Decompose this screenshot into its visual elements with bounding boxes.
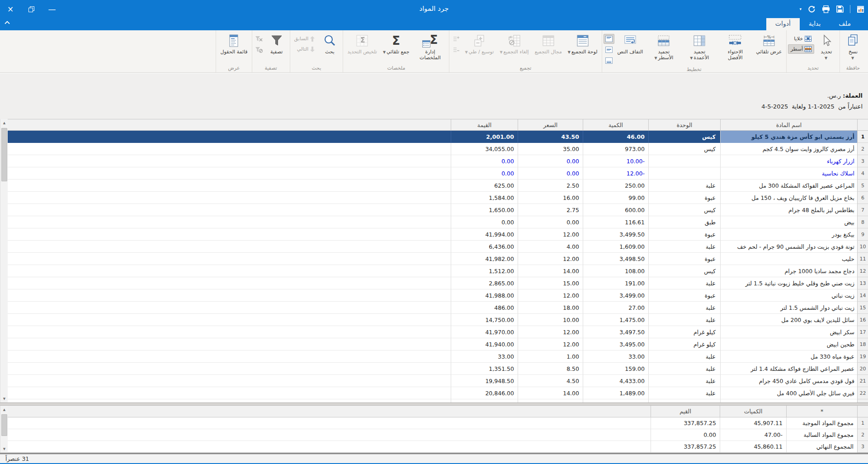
cell-num[interactable]: 15	[857, 302, 868, 314]
cell-name[interactable]: زيت نباتي دوار الشمس 1.5 لتر	[720, 302, 857, 314]
cell-qty[interactable]: 973.00	[583, 143, 648, 155]
summary-cell-num[interactable]: 2	[857, 429, 868, 441]
cell-value[interactable]: 1,440.00	[451, 399, 518, 402]
cell-qty[interactable]: 99.00	[583, 192, 648, 204]
cell-qty[interactable]: 3,497.50	[583, 326, 648, 338]
cell-qty[interactable]: 3,495.00	[583, 338, 648, 350]
cell-value[interactable]: 41,940.00	[451, 338, 518, 350]
cell-price[interactable]: 12.00	[518, 326, 583, 338]
cell-name[interactable]: زيت صني طبخ وقلي خليط زيوت نباتية 1.5 لت…	[720, 277, 857, 289]
table-row[interactable]: 22فيري سائل جلي الأصلي 400 ملعلبة1,489.0…	[8, 387, 868, 399]
cell-value[interactable]: 6,436.00	[451, 241, 518, 253]
table-row[interactable]: 21فول قودي مدمس كامل عادي 450 جرامعلبة4,…	[8, 375, 868, 387]
copy-button[interactable]: نسخ ▼	[841, 31, 865, 64]
filter-off-button[interactable]	[254, 45, 264, 55]
cell-qty[interactable]: 4,433.00	[583, 375, 648, 387]
cell-name[interactable]: أرز مصري كالروز وايت سوان 4.5 كجم	[720, 143, 857, 155]
summary-cell-qty[interactable]: 45,860.11	[720, 441, 786, 453]
header-price[interactable]: السعر	[518, 119, 583, 131]
table-row[interactable]: 8بيضطبق116.610.000.00	[8, 216, 868, 228]
cell-name[interactable]: سائل لليدين لايف بوي 200 مل	[720, 314, 857, 326]
cell-num[interactable]: 2	[857, 143, 868, 155]
refresh-icon[interactable]	[808, 5, 816, 13]
cell-unit[interactable]: علبة	[648, 375, 720, 387]
cell-qty[interactable]: 108.00	[583, 265, 648, 277]
autosum-button[interactable]: Σ جمع تلقائي▼	[380, 31, 412, 64]
cell-name[interactable]: عصير المراعي الطازج فواكة مشكلة 1.4 لتر	[720, 363, 857, 375]
table-row[interactable]: 18طحين ابيضكيلو غرام3,495.0012.0041,940.…	[8, 338, 868, 350]
manage-summaries-button[interactable]: Σ إدارة الملخصات	[412, 31, 448, 64]
table-row[interactable]: 9بيكنغ بودرعبوة3,499.5012.0041,994.00	[8, 228, 868, 241]
table-row[interactable]: 6بخاخ مزيل العرق فا كاريبيان ويف ، 150 م…	[8, 192, 868, 204]
cell-price[interactable]: 4.00	[518, 241, 583, 253]
table-splitter-handle[interactable]	[0, 402, 868, 406]
cell-price[interactable]: 35.00	[518, 143, 583, 155]
filter-button[interactable]: تصفية	[265, 31, 288, 64]
cell-name[interactable]: اسلاك نحاسية	[720, 167, 857, 180]
scroll-up-icon[interactable]: ▲	[0, 406, 8, 413]
cell-num[interactable]: 7	[857, 204, 868, 216]
cell-name[interactable]: ازرار كهرباء	[720, 155, 857, 167]
cell-qty[interactable]: 27.00	[583, 302, 648, 314]
table-row[interactable]: 4اسلاك نحاسية12.00-0.000.00	[8, 167, 868, 180]
summary-cell-value[interactable]: 0.00	[651, 429, 720, 441]
cell-qty[interactable]: 3,498.50	[583, 253, 648, 265]
align-top-button[interactable]	[604, 34, 614, 44]
cell-price[interactable]: 0.00	[518, 167, 583, 180]
cell-price[interactable]: 12.00	[518, 289, 583, 302]
cell-qty[interactable]: 1,475.00	[583, 314, 648, 326]
cell-unit[interactable]	[648, 167, 720, 180]
cell-qty[interactable]: 116.61	[583, 216, 648, 228]
cell-price[interactable]: 15.00	[518, 277, 583, 289]
cell-qty[interactable]: 3,499.50	[583, 228, 648, 241]
cell-name[interactable]: بيكنغ بودر	[720, 228, 857, 241]
wrap-text-button[interactable]: التفاف النص	[615, 31, 646, 66]
table-row[interactable]: 16سائل لليدين لايف بوي 200 ملعلبة1,475.0…	[8, 314, 868, 326]
cell-value[interactable]: 1,351.50	[451, 363, 518, 375]
cell-unit[interactable]: علبة	[648, 363, 720, 375]
header-material-name[interactable]: اسم المادة	[720, 119, 857, 131]
table-row[interactable]: 19عبوة مياه 330 ملعلبة33.001.0033.00	[8, 350, 868, 363]
cell-qty[interactable]: 33.00	[583, 350, 648, 363]
cell-value[interactable]: 1,650.00	[451, 204, 518, 216]
cell-num[interactable]: 11	[857, 253, 868, 265]
cell-unit[interactable]: علبة	[648, 314, 720, 326]
table-row[interactable]: 17سكر ابيضكيلو غرام3,497.5012.0041,970.0…	[8, 326, 868, 338]
cell-price[interactable]: 10.00	[518, 314, 583, 326]
tab-home[interactable]: بداية	[800, 18, 830, 30]
table-row[interactable]: 20عصير المراعي الطازج فواكة مشكلة 1.4 لت…	[8, 363, 868, 375]
main-vertical-scrollbar[interactable]: ▲ ▼	[0, 119, 8, 402]
cell-num[interactable]: 10	[857, 241, 868, 253]
summary-cell-value[interactable]: 337,857.25	[651, 417, 720, 429]
cell-qty[interactable]: 46.00	[583, 131, 648, 143]
summary-row[interactable]: 3المجموع النهائي45,860.11337,857.25	[8, 441, 868, 453]
scroll-down-icon[interactable]: ▼	[0, 395, 8, 402]
scroll-up-icon[interactable]: ▲	[0, 119, 8, 127]
cell-unit[interactable]: كيس	[648, 265, 720, 277]
next-button[interactable]: التالي	[292, 44, 318, 54]
table-row[interactable]: 14زيت نباتيعبوة3,499.0012.0041,988.00	[8, 289, 868, 302]
grouping-range-button[interactable]: مجال التجميع	[532, 31, 565, 64]
summary-cell-num[interactable]: 3	[857, 441, 868, 453]
cell-num[interactable]: 14	[857, 289, 868, 302]
best-fit-button[interactable]: الاحتواء الأفضل	[717, 31, 753, 66]
summary-cell-num[interactable]: 1	[857, 417, 868, 429]
cell-name[interactable]: تونة قودي بزيت دوار الشمس 90 جرام - لحم …	[720, 241, 857, 253]
cell-price[interactable]: 16.00	[518, 192, 583, 204]
scrollbar-thumb[interactable]	[1, 414, 7, 436]
cell-name[interactable]: فيري سائل جلي الأصلي 400 مل	[720, 387, 857, 399]
cell-value[interactable]: 625.00	[451, 180, 518, 192]
cell-unit[interactable]: علبة	[648, 399, 720, 402]
cell-num[interactable]: 13	[857, 277, 868, 289]
summary-cell-qty[interactable]: 47.00-	[720, 429, 786, 441]
previous-button[interactable]: السابق	[292, 34, 318, 43]
cell-name[interactable]: المراعي عصير الفواكة المشكلة 300 مل	[720, 180, 857, 192]
cell-name[interactable]: بطاطس ليز بالملح 48 جرام	[720, 204, 857, 216]
cell-unit[interactable]: علبة	[648, 387, 720, 399]
cell-unit[interactable]: علبة	[648, 277, 720, 289]
cell-price[interactable]: 0.00	[518, 216, 583, 228]
table-row[interactable]: 7بطاطس ليز بالملح 48 جرامكيس600.002.751,…	[8, 204, 868, 216]
cell-value[interactable]: 20,846.00	[451, 387, 518, 399]
cell-value[interactable]: 19,948.50	[451, 375, 518, 387]
cell-price[interactable]: 4.50	[518, 375, 583, 387]
